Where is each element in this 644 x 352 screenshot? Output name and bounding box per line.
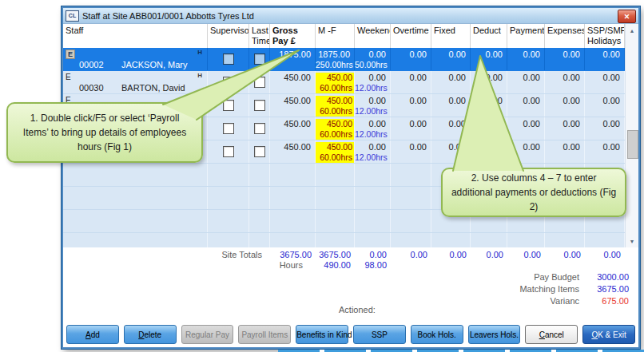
last-time-checkbox[interactable] [254,146,265,157]
column-header-ssp-smp[interactable]: SSP/SMP Holidays [585,24,625,48]
hours-mf: 490.00 [316,260,355,271]
cell-fixed: 0.00 [431,140,471,163]
weekend-hours: 12.00hrs [355,83,386,93]
total-payments: 0.00 [507,250,545,260]
cell-ssp: 0.00 [585,94,625,117]
vertical-scrollbar[interactable]: ▲ ▼ [625,24,638,247]
button-ok-exit[interactable]: OK & Exit [582,325,635,344]
column-header-gross-pay[interactable]: Gross Pay £ [270,24,316,48]
cell-ssp: 0.00 [585,140,625,163]
callout-2: 2. Use columns 4 – 7 to enter additional… [441,168,626,217]
cell-payments: 0.00 [507,117,545,140]
column-header-supervisor[interactable]: Supervisor [208,24,249,48]
app-icon: CL [66,10,79,22]
cell-gross: 450.00 [270,117,316,140]
total-weekend: 0.00 [355,250,391,260]
last-time-checkbox[interactable] [254,123,265,134]
cell-mf: 450.0060.00hrs [316,117,355,140]
cell-deduct: 0.00 [471,71,507,93]
hours-weekend: 98.00 [355,260,391,271]
weekend-hours: 12.00hrs [355,129,386,140]
button-ssp[interactable]: SSP [353,325,406,344]
cell-ssp: 0.00 [585,117,625,140]
site-totals-label: Site Totals [63,250,270,260]
mf-hours: 60.00hrs [316,129,350,140]
column-header-overtime[interactable]: Overtime [391,24,431,48]
weekend-hours: 12.00hrs [355,106,386,117]
cell-deduct: 0.00 [471,117,507,140]
mf-pay: 450.00 [316,119,350,129]
mf-pay: 450.00 [316,73,350,83]
cell-gross: 1875.00 [270,48,316,70]
hours-flag: H [197,49,202,56]
scroll-up-icon[interactable]: ▲ [626,25,638,36]
column-header-staff[interactable]: Staff [63,24,208,48]
button-regular-pay: Regular Pay [181,325,234,344]
table-row[interactable]: E00030BARTON, DavidH450.00450.0060.00hrs… [63,71,625,94]
column-header-last-time[interactable]: Last Time [249,24,270,48]
cell-overtime: 0.00 [391,140,431,163]
pay-budget-label: Pay Budget [534,271,579,283]
column-header-deduct[interactable]: Deduct [471,24,507,48]
employee-flag: E [66,49,75,59]
cell-deduct: 0.00 [471,48,507,70]
cell-mf: 450.0060.00hrs [316,94,355,117]
supervisor-checkbox[interactable] [223,53,234,65]
mf-hours: 60.00hrs [316,106,350,117]
table-row[interactable]: E00002JACKSON, MaryH1875.001875.00250.00… [63,48,625,71]
staff-cell: E00002JACKSON, MaryH [63,48,208,70]
button-benefits-in-kind[interactable]: Benefits in Kind [296,325,348,344]
callout-1: 1. Double click/F5 or select ‘Payroll It… [6,102,203,163]
last-time-checkbox[interactable] [254,53,265,65]
cell-overtime: 0.00 [391,117,431,140]
hours-flag: H [197,72,202,79]
cell-expenses: 0.00 [545,71,585,93]
close-icon[interactable]: ✕ [618,10,636,23]
supervisor-checkbox[interactable] [223,100,234,111]
cell-fixed: 0.00 [431,71,471,93]
cell-expenses: 0.00 [545,140,585,163]
supervisor-checkbox[interactable] [223,123,234,134]
site-totals-section: Site Totals 3675.00 3675.00 0.00 0.00 0.… [63,250,625,271]
column-header-mf[interactable]: M -F [316,24,355,48]
cell-expenses: 0.00 [545,94,585,117]
matching-items-value: 3675.00 [579,283,629,295]
scrollbar-thumb[interactable] [627,130,638,159]
column-header-payments[interactable]: Payments [507,24,545,48]
cell-mf: 1875.00250.00hrs [316,48,355,70]
cell-payments: 0.00 [507,71,545,93]
cell-weekend: 0.0012.00hrs [355,140,391,163]
last-time-checkbox[interactable] [254,100,265,111]
button-book-hols[interactable]: Book Hols. [411,325,463,344]
button-delete[interactable]: Delete [124,325,177,344]
cell-weekend: 0.0050.00hrs [355,48,391,70]
table-header: Staff Supervisor Last Time Gross Pay £ M… [63,24,625,48]
button-cancel[interactable]: Cancel [525,325,578,344]
cell-deduct: 0.00 [471,140,507,163]
mf-pay: 450.00 [316,142,350,152]
hours-flag: H [197,95,202,102]
cell-ssp: 0.00 [585,71,625,93]
cell-gross: 450.00 [270,71,316,93]
button-add[interactable]: Add [66,325,119,344]
column-header-weekend[interactable]: Weekend [355,24,391,48]
cell-overtime: 0.00 [391,94,431,117]
column-header-expenses[interactable]: Expenses [545,24,585,48]
column-header-fixed[interactable]: Fixed [431,24,471,48]
scroll-down-icon[interactable]: ▼ [626,235,638,247]
last-time-checkbox[interactable] [254,77,265,88]
employee-flag: E [66,73,71,81]
cell-fixed: 0.00 [431,94,471,117]
actioned-label: Actioned: [339,305,376,314]
total-gross: 3675.00 [270,250,316,260]
table-row-empty [63,233,625,247]
cell-ssp: 0.00 [585,48,625,70]
button-leavers-hols[interactable]: Leavers Hols. [468,325,521,344]
weekend-pay: 0.00 [355,73,386,83]
supervisor-checkbox[interactable] [223,77,234,88]
cell-fixed: 0.00 [431,117,471,140]
cell-gross: 450.00 [270,140,316,163]
mf-pay: 450.00 [316,96,350,106]
variance-label: Varianc [551,295,579,307]
supervisor-checkbox[interactable] [223,146,234,157]
